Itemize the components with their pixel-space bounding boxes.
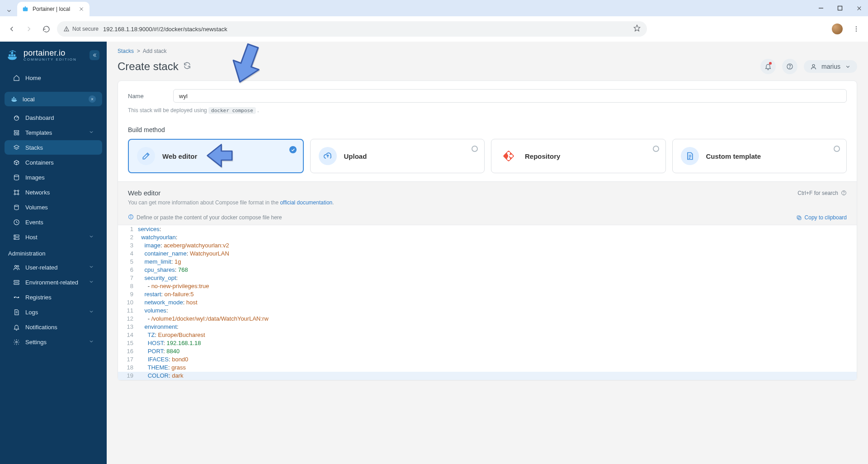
code-line[interactable]: 13 environment: — [118, 323, 857, 331]
browser-tab[interactable]: Portainer | local — [17, 2, 90, 16]
svg-rect-18 — [12, 99, 13, 100]
reload-button[interactable] — [40, 23, 52, 35]
svg-point-46 — [789, 68, 790, 68]
crumb-current: Add stack — [143, 48, 167, 54]
profile-avatar[interactable] — [832, 24, 843, 34]
template-icon — [681, 147, 699, 165]
sidebar-item-label: Notifications — [25, 324, 57, 331]
sidebar: portainer.io COMMUNITY EDITION Home loca… — [0, 42, 107, 464]
svg-point-63 — [131, 215, 131, 216]
stack-name-input[interactable] — [173, 89, 847, 103]
code-line[interactable]: 1services: — [118, 225, 857, 233]
create-stack-card: Name This stack will be deployed using d… — [118, 80, 857, 380]
sidebar-item-volumes[interactable]: Volumes — [5, 200, 102, 214]
code-line[interactable]: 4 container_name: WatchyourLAN — [118, 250, 857, 258]
sidebar-item-events[interactable]: Events — [5, 215, 102, 229]
edit-icon — [137, 147, 155, 165]
sidebar-item-home[interactable]: Home — [5, 71, 102, 85]
line-number: 10 — [118, 298, 138, 307]
address-bar[interactable]: Not secure 192.168.1.18:9000/#!/2/docker… — [57, 21, 647, 37]
sidebar-item-images[interactable]: Images — [5, 170, 102, 185]
refresh-icon[interactable] — [183, 62, 191, 71]
code-line[interactable]: 18 THEME: grass — [118, 364, 857, 372]
svg-point-12 — [856, 28, 857, 29]
code-line[interactable]: 12 - /volume1/docker/wyl:/data/WatchYour… — [118, 315, 857, 323]
code-line[interactable]: 19 COLOR: dark — [118, 372, 857, 380]
code-line[interactable]: 15 HOST: 192.168.1.18 — [118, 339, 857, 347]
code-line[interactable]: 7 security_opt: — [118, 274, 857, 282]
code-line[interactable]: 9 restart: on-failure:5 — [118, 290, 857, 298]
code-line[interactable]: 2 watchyourlan: — [118, 233, 857, 241]
build-method-title: Build method — [118, 120, 857, 139]
sidebar-item-environment-related[interactable]: Environment-related — [5, 275, 102, 289]
window-maximize[interactable] — [835, 3, 845, 14]
sidebar-item-label: Registries — [25, 294, 52, 301]
line-number: 7 — [118, 274, 138, 282]
svg-point-13 — [856, 30, 857, 31]
code-line[interactable]: 10 network_mode: host — [118, 298, 857, 307]
notifications-button[interactable] — [760, 59, 776, 74]
code-editor[interactable]: 1services:2 watchyourlan:3 image: aceber… — [118, 225, 857, 380]
code-line[interactable]: 6 cpu_shares: 768 — [118, 266, 857, 274]
code-line[interactable]: 5 mem_limit: 1g — [118, 258, 857, 266]
security-indicator[interactable]: Not secure — [63, 26, 99, 32]
sidebar-item-user-related[interactable]: User-related — [5, 260, 102, 275]
window-minimize[interactable] — [816, 3, 826, 14]
tabs-dropdown[interactable] — [4, 5, 14, 16]
browser-toolbar: Not secure 192.168.1.18:9000/#!/2/docker… — [0, 16, 868, 42]
method-repository[interactable]: Repository — [491, 139, 666, 173]
help-icon — [786, 63, 793, 70]
sidebar-item-containers[interactable]: Containers — [5, 155, 102, 170]
window-close[interactable] — [854, 3, 864, 14]
svg-rect-19 — [13, 99, 14, 100]
sidebar-item-notifications[interactable]: Notifications — [5, 320, 102, 334]
sidebar-item-templates[interactable]: Templates — [5, 125, 102, 140]
svg-point-30 — [14, 205, 19, 206]
code-line[interactable]: 8 - no-new-privileges:true — [118, 282, 857, 290]
method-label: Repository — [525, 152, 560, 160]
copy-to-clipboard[interactable]: Copy to clipboard — [796, 214, 847, 221]
line-number: 9 — [118, 290, 138, 298]
tab-close-icon[interactable] — [78, 5, 85, 13]
code-text: network_mode: host — [138, 298, 198, 307]
user-menu[interactable]: marius — [804, 60, 857, 73]
code-line[interactable]: 14 TZ: Europe/Bucharest — [118, 331, 857, 339]
containers-icon — [13, 159, 20, 166]
code-line[interactable]: 11 volumes: — [118, 307, 857, 315]
code-line[interactable]: 17 IFACES: bond0 — [118, 355, 857, 364]
sidebar-item-settings[interactable]: Settings — [5, 335, 102, 349]
events-icon — [13, 218, 20, 226]
sidebar-item-logs[interactable]: Logs — [5, 305, 102, 319]
sidebar-item-registries[interactable]: Registries — [5, 290, 102, 304]
line-number: 13 — [118, 323, 138, 331]
code-line[interactable]: 16 PORT: 8840 — [118, 347, 857, 355]
docker-icon — [11, 95, 18, 103]
code-line[interactable]: 3 image: aceberg/watchyourlan:v2 — [118, 241, 857, 250]
docs-link[interactable]: official documentation — [280, 199, 332, 206]
sidebar-item-networks[interactable]: Networks — [5, 185, 102, 199]
warning-icon — [63, 26, 70, 32]
chevron-down-icon — [89, 234, 94, 241]
sidebar-item-label: Home — [25, 75, 41, 81]
method-custom-template[interactable]: Custom template — [672, 139, 847, 173]
back-button[interactable] — [5, 23, 18, 35]
svg-point-41 — [18, 297, 19, 298]
sidebar-item-host[interactable]: Host — [5, 230, 102, 244]
forward-button[interactable] — [23, 23, 35, 35]
browser-menu-icon[interactable] — [850, 23, 863, 35]
sidebar-collapse[interactable] — [90, 50, 99, 60]
method-label: Web editor — [162, 152, 197, 160]
sidebar-item-dashboard[interactable]: Dashboard — [5, 110, 102, 125]
crumb-stacks[interactable]: Stacks — [118, 48, 134, 54]
method-upload[interactable]: Upload — [310, 139, 485, 173]
svg-rect-64 — [798, 217, 801, 220]
copy-icon — [796, 215, 802, 221]
bookmark-icon[interactable] — [633, 24, 641, 33]
sidebar-item-stacks[interactable]: Stacks — [5, 140, 102, 155]
help-button[interactable] — [782, 59, 797, 74]
method-web-editor[interactable]: Web editor — [128, 139, 304, 173]
sidebar-environment[interactable]: local × — [5, 92, 102, 106]
svg-rect-65 — [797, 216, 800, 219]
code-text: services: — [138, 225, 161, 233]
env-close-icon[interactable]: × — [89, 95, 96, 103]
